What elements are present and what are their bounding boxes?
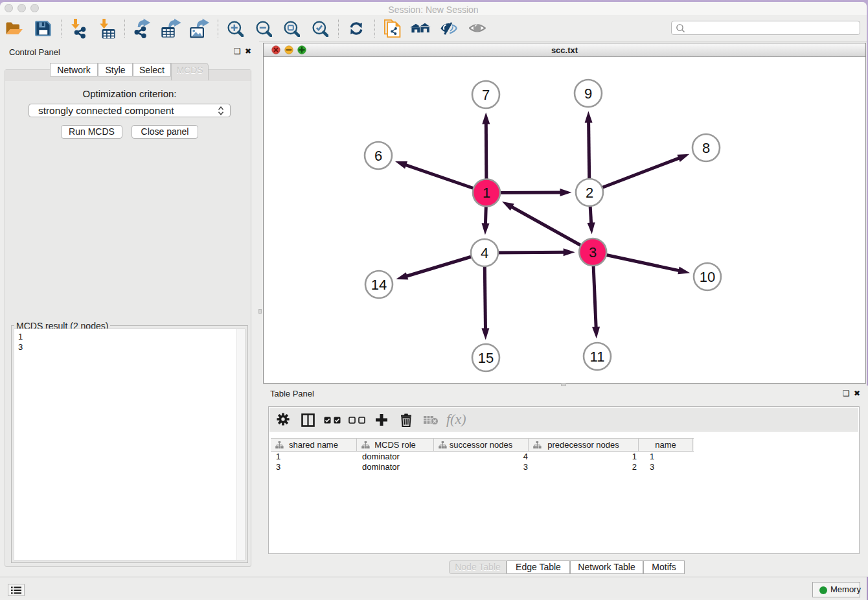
svg-text:1: 1: [483, 185, 490, 201]
svg-text:11: 11: [590, 349, 605, 365]
svg-text:7: 7: [482, 87, 490, 103]
svg-text:14: 14: [371, 277, 387, 293]
svg-text:15: 15: [478, 350, 494, 366]
svg-text:9: 9: [584, 86, 592, 102]
svg-text:4: 4: [481, 245, 488, 261]
svg-text:6: 6: [374, 148, 382, 164]
svg-text:10: 10: [700, 269, 715, 285]
svg-text:2: 2: [586, 185, 593, 201]
svg-text:3: 3: [589, 244, 597, 260]
svg-text:8: 8: [702, 140, 710, 156]
